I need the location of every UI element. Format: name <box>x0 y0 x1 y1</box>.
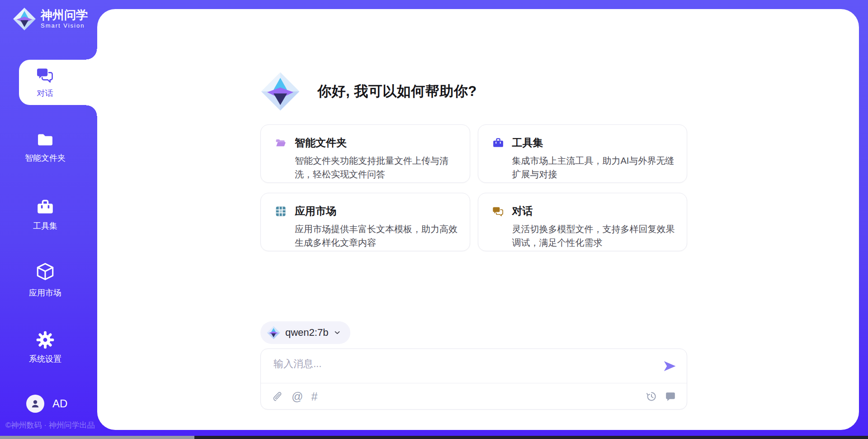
at-icon[interactable]: @ <box>292 391 303 402</box>
main-content: 你好, 我可以如何帮助你? 智能文件夹 智能文件夹功能支持批量文件上传与清洗，轻… <box>97 9 859 430</box>
sidebar-item-settings[interactable]: 系统设置 <box>0 330 90 364</box>
model-name: qwen2:7b <box>285 327 328 339</box>
card-toolset[interactable]: 工具集 集成市场上主流工具，助力AI与外界无缝扩展与对接 <box>478 124 688 183</box>
card-smart-folder[interactable]: 智能文件夹 智能文件夹功能支持批量文件上传与清洗，轻松实现文件问答 <box>260 124 470 183</box>
message-composer: @ # <box>260 348 687 410</box>
hero: 你好, 我可以如何帮助你? <box>260 72 477 111</box>
feature-cards: 智能文件夹 智能文件夹功能支持批量文件上传与清洗，轻松实现文件问答 工具集 集成… <box>260 124 687 251</box>
horizontal-scrollbar[interactable] <box>0 436 868 439</box>
model-selector[interactable]: qwen2:7b <box>260 321 350 344</box>
toolbox-icon <box>35 198 55 216</box>
sidebar-item-chat[interactable]: 对话 <box>19 60 71 105</box>
user-name: AD <box>52 397 67 410</box>
sidebar-item-smart-folder[interactable]: 智能文件夹 <box>0 131 90 163</box>
send-icon[interactable] <box>662 359 677 373</box>
card-title: 智能文件夹 <box>295 136 347 150</box>
sidebar-item-label: 应用市场 <box>29 287 61 298</box>
paperclip-icon[interactable] <box>273 391 283 402</box>
card-title: 对话 <box>512 204 533 218</box>
brand-logo-icon <box>13 7 36 31</box>
avatar <box>26 395 44 413</box>
user-account[interactable]: AD <box>26 395 67 413</box>
history-icon[interactable] <box>646 391 657 402</box>
gear-icon <box>35 330 55 349</box>
sidebar-item-app-market[interactable]: 应用市场 <box>0 262 90 298</box>
brand: 神州问学 Smart Vision <box>13 7 88 31</box>
card-description: 集成市场上主流工具，助力AI与外界无缝扩展与对接 <box>512 154 675 181</box>
card-chat[interactable]: 对话 灵活切换多模型文件，支持多样回复效果调试，满足个性化需求 <box>478 193 688 251</box>
sidebar-item-toolset[interactable]: 工具集 <box>0 198 90 231</box>
sidebar: 神州问学 Smart Vision 对话 智能文件夹 工具集 应用市场 <box>0 0 97 439</box>
grid-icon <box>274 205 287 217</box>
card-description: 智能文件夹功能支持批量文件上传与清洗，轻松实现文件问答 <box>295 154 458 181</box>
card-description: 应用市场提供丰富长文本模板，助力高效生成多样化文章内容 <box>295 222 458 249</box>
folder-icon <box>35 131 55 148</box>
hash-icon[interactable]: # <box>311 391 317 402</box>
card-title: 应用市场 <box>295 204 336 218</box>
card-app-market[interactable]: 应用市场 应用市场提供丰富长文本模板，助力高效生成多样化文章内容 <box>260 193 470 251</box>
card-description: 灵活切换多模型文件，支持多样回复效果调试，满足个性化需求 <box>512 222 675 249</box>
sidebar-item-label: 系统设置 <box>29 353 61 364</box>
app-title: 神州问学 <box>41 9 88 21</box>
sidebar-item-label: 智能文件夹 <box>25 153 66 163</box>
person-icon <box>29 398 41 410</box>
app-tagline: Smart Vision <box>41 22 88 29</box>
sidebar-item-label: 对话 <box>37 88 53 99</box>
copyright-footer: ©神州数码 · 神州问学出品 <box>5 420 96 430</box>
chat-icon <box>492 205 505 217</box>
greeting-text: 你好, 我可以如何帮助你? <box>317 82 477 101</box>
chat-square-icon[interactable] <box>665 391 676 402</box>
folder-open-icon <box>274 137 287 149</box>
model-logo-icon <box>267 326 280 339</box>
chat-icon <box>36 66 55 84</box>
composer-toolbar: @ # <box>273 383 676 410</box>
hero-logo-icon <box>260 72 300 111</box>
chevron-down-icon <box>333 329 341 337</box>
cube-icon <box>35 262 55 283</box>
scrollbar-thumb[interactable] <box>0 436 194 439</box>
message-input[interactable] <box>273 356 659 382</box>
sidebar-item-label: 工具集 <box>33 220 57 231</box>
toolbox-icon <box>492 137 505 149</box>
card-title: 工具集 <box>512 136 543 150</box>
